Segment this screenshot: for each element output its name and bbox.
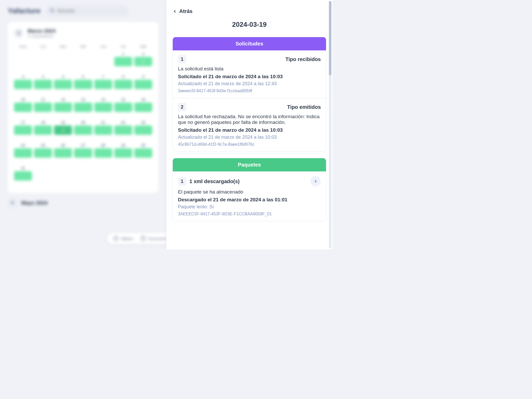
detail-panel: Atrás 2024-03-19 Solicitudes 1 Tipo reci… xyxy=(166,0,332,249)
weekday-label: Mar xyxy=(54,44,72,49)
request-uuid: 3aeeec5f-8417-453f-9d3e-f1ccbaa9059f xyxy=(178,89,321,93)
request-type: Tipo emitidos xyxy=(287,104,321,110)
calendar-day[interactable]: 6 xyxy=(74,75,92,95)
package-read-status: Paquete leído: Sí xyxy=(178,204,321,210)
calendar-day xyxy=(54,52,72,72)
package-expand-button[interactable] xyxy=(310,176,321,187)
request-type: Tipo recibidos xyxy=(285,56,321,62)
weekday-label: Jue xyxy=(94,44,112,49)
svg-point-0 xyxy=(50,9,54,12)
back-button[interactable]: Atrás xyxy=(172,8,326,14)
request-updated-date: Actualizado el 21 de marzo de 2024 a las… xyxy=(178,81,321,87)
calendar-day[interactable]: 11 xyxy=(34,97,52,118)
calendar-day[interactable]: 10 xyxy=(14,97,32,118)
calendar-day[interactable]: 30 xyxy=(134,143,152,164)
calendar-day[interactable]: 26 xyxy=(54,143,72,164)
search-input[interactable] xyxy=(58,9,125,13)
month-badge-next: 5 xyxy=(8,198,17,208)
request-item: 2 Tipo emitidos La solicitud fue rechaza… xyxy=(173,98,326,151)
calendar-day[interactable]: 13 xyxy=(74,97,92,118)
calendar-day[interactable]: 22 xyxy=(114,120,132,141)
request-status: La solicitud fue rechazada. No se encont… xyxy=(178,114,321,125)
solicitudes-card: Solicitudes 1 Tipo recibidos La solicitu… xyxy=(172,37,326,152)
calendar-day xyxy=(34,52,52,72)
package-uuid: 3AEEEC5F-8417-453F-9D3E-F1CCBAA9059F_01 xyxy=(178,212,321,216)
package-title: 1 xml descargado(s) xyxy=(189,178,240,184)
request-status: La solicitud está lista xyxy=(178,66,321,72)
calendar-day[interactable]: 18 xyxy=(34,120,52,141)
request-number-badge: 2 xyxy=(178,103,186,111)
paquetes-header: Paquetes xyxy=(173,158,326,171)
calendar-day[interactable]: 4 xyxy=(34,75,52,95)
nav-facturacion[interactable]: Facturación xyxy=(141,236,168,241)
calendar-day[interactable]: 5 xyxy=(54,75,72,95)
calendar-day[interactable]: 12 xyxy=(54,97,72,118)
calendar-day[interactable]: 25 xyxy=(34,143,52,164)
calendar-day[interactable]: 16 xyxy=(134,97,152,118)
svg-line-1 xyxy=(53,11,54,12)
chevron-right-icon xyxy=(313,179,318,184)
package-item: 1 1 xml descargado(s) El paquete se ha a… xyxy=(173,171,326,221)
weekday-label: Sáb xyxy=(134,44,152,49)
nav-tablero[interactable]: Tablero xyxy=(113,236,133,241)
request-requested-date: Solicitado el 21 de marzo de 2024 a las … xyxy=(178,127,321,133)
calendar-day[interactable]: 31 xyxy=(14,166,32,187)
request-item: 1 Tipo recibidos La solicitud está lista… xyxy=(173,50,326,98)
calendar-day[interactable]: 7 xyxy=(94,75,112,95)
solicitudes-header: Solicitudes xyxy=(173,37,326,50)
calendar-day[interactable]: 17 xyxy=(14,120,32,141)
calendar-day[interactable]: 1 xyxy=(114,52,132,72)
paquetes-card: Paquetes 1 1 xml descargado(s) El paquet… xyxy=(172,158,326,221)
chevron-left-icon xyxy=(172,9,177,14)
next-month-title: Mayo 2024 xyxy=(21,200,48,206)
calendar-day[interactable]: 29 xyxy=(114,143,132,164)
back-label: Atrás xyxy=(179,8,192,14)
request-updated-date: Actualizado el 21 de marzo de 2024 a las… xyxy=(178,135,321,140)
calendar-day[interactable]: 20 xyxy=(74,120,92,141)
calendar-day[interactable]: 28 xyxy=(94,143,112,164)
search-icon xyxy=(50,8,55,14)
calendar-day[interactable]: 9 xyxy=(134,75,152,95)
weekday-label: Mié xyxy=(74,44,92,49)
calendar-day[interactable]: 14 xyxy=(94,97,112,118)
scrollbar-thumb[interactable] xyxy=(329,1,331,75)
calendar-day[interactable]: 191 xyxy=(54,120,72,141)
package-status: El paquete se ha almacenado xyxy=(178,189,321,195)
calendar-day[interactable]: 27 xyxy=(74,143,92,164)
request-requested-date: Solicitado el 21 de marzo de 2024 a las … xyxy=(178,74,321,79)
calendar-day[interactable]: 24 xyxy=(14,143,32,164)
panel-title: 2024-03-19 xyxy=(172,21,326,29)
calendar-card: 3 Marzo 2024 2 comprobantes DomLunMarMié… xyxy=(8,22,158,193)
calendar-day[interactable]: 3 xyxy=(14,75,32,95)
weekday-label: Lun xyxy=(34,44,52,49)
month-badge: 3 xyxy=(14,29,23,38)
calendar-day xyxy=(14,52,32,72)
calendar-day xyxy=(94,52,112,72)
weekday-label: Vie xyxy=(114,44,132,49)
scrollbar[interactable] xyxy=(329,1,331,248)
calendar-day[interactable]: 21 xyxy=(94,120,112,141)
calendar-day[interactable]: 15 xyxy=(114,97,132,118)
package-downloaded-date: Descargado el 21 de marzo de 2024 a las … xyxy=(178,197,321,203)
month-subtitle: 2 comprobantes xyxy=(28,34,56,38)
calendar-day[interactable]: 21 xyxy=(134,52,152,72)
request-number-badge: 1 xyxy=(178,55,186,63)
app-logo: Yafacture xyxy=(8,7,41,15)
request-uuid: 45c9b71d-d69d-41f2-9c7a-8aee1f8d976c xyxy=(178,142,321,147)
month-title: Marzo 2024 xyxy=(28,28,56,34)
calendar-day[interactable]: 8 xyxy=(114,75,132,95)
weekday-label: Dom xyxy=(14,44,32,49)
search-container[interactable] xyxy=(46,5,129,17)
calendar-day[interactable]: 23 xyxy=(134,120,152,141)
package-number-badge: 1 xyxy=(178,177,186,185)
calendar-day xyxy=(74,52,92,72)
